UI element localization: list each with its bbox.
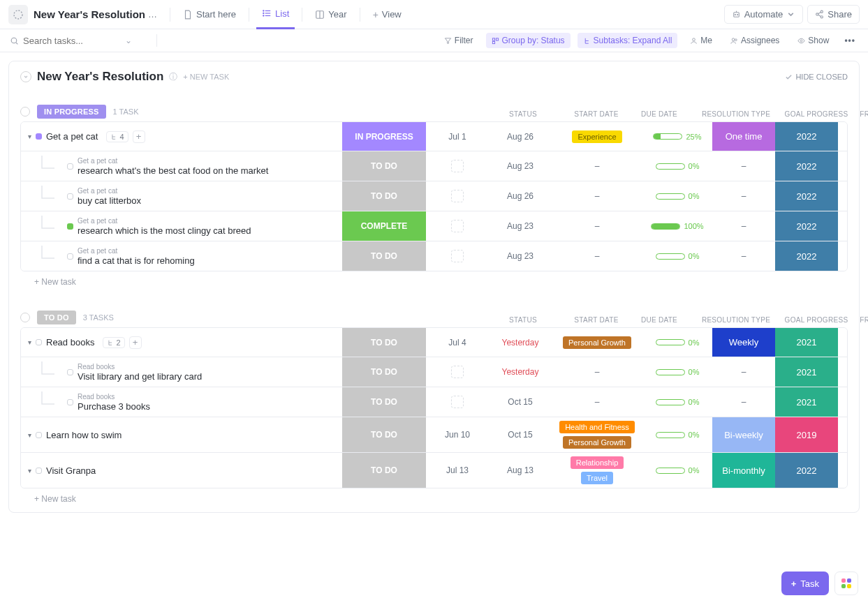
search-input[interactable] xyxy=(23,36,121,46)
progress-cell[interactable]: 0% xyxy=(642,417,712,452)
calendar-icon[interactable] xyxy=(451,366,464,378)
year-cell[interactable]: 2021 xyxy=(775,357,838,387)
task-row[interactable]: Get a pet cat buy cat litterbox TO DO Au… xyxy=(21,181,847,211)
start-date-cell[interactable]: Jul 4 xyxy=(426,328,489,357)
progress-bar[interactable]: 0% xyxy=(656,431,700,439)
col-goal-progress[interactable]: GOAL PROGRESS xyxy=(781,110,851,118)
new-task-row-button[interactable]: + New task xyxy=(20,488,848,509)
calendar-icon[interactable] xyxy=(451,220,464,232)
year-cell[interactable]: 2022 xyxy=(775,453,838,488)
task-name-cell[interactable]: ▾ Get a pet cat 4+ xyxy=(21,122,342,151)
col-due-date[interactable]: DUE DATE xyxy=(628,110,691,118)
task-row[interactable]: Get a pet cat research which is the most… xyxy=(21,211,847,241)
task-row[interactable]: Read books Purchase 3 books TO DO Oct 15… xyxy=(21,387,847,417)
progress-cell[interactable]: 0% xyxy=(642,181,712,211)
subtask-count-chip[interactable]: 2 xyxy=(103,337,124,348)
progress-cell[interactable]: 100% xyxy=(642,211,712,241)
task-name-cell[interactable]: ▾ Visit Granpa xyxy=(21,453,342,488)
progress-bar[interactable]: 0% xyxy=(656,252,700,260)
add-view-button[interactable]: + View xyxy=(367,0,407,29)
resolution-type-cell[interactable]: Experience xyxy=(552,122,642,151)
year-cell[interactable]: 2022 xyxy=(775,122,838,151)
status-square-icon[interactable] xyxy=(67,369,73,375)
status-square-icon[interactable] xyxy=(36,468,42,474)
col-frequency[interactable]: FREQUENCY xyxy=(851,316,868,324)
due-date-cell[interactable]: Yesterday xyxy=(489,328,552,357)
progress-cell[interactable]: 0% xyxy=(642,453,712,488)
task-row[interactable]: ▾ Get a pet cat 4+ IN PROGRESS Jul 1 Aug… xyxy=(21,122,847,151)
resolution-type-cell[interactable]: – xyxy=(552,211,642,241)
task-row[interactable]: ▾ Visit Granpa TO DO Jul 13 Aug 13 Relat… xyxy=(21,453,847,488)
col-frequency[interactable]: FREQUENCY xyxy=(851,110,868,118)
filter-button[interactable]: Filter xyxy=(439,33,479,48)
progress-bar[interactable]: 0% xyxy=(656,338,700,347)
progress-cell[interactable]: 0% xyxy=(642,241,712,271)
me-button[interactable]: Me xyxy=(684,33,718,48)
progress-bar[interactable]: 100% xyxy=(651,222,703,230)
progress-bar[interactable]: 25% xyxy=(653,133,701,141)
add-subtask-button[interactable]: + xyxy=(129,336,142,349)
progress-bar[interactable]: 0% xyxy=(656,162,700,170)
tab-start-here[interactable]: Start here xyxy=(177,0,242,29)
resolution-tag[interactable]: Personal Growth xyxy=(563,436,631,449)
task-row[interactable]: ▾ Read books 2+ TO DO Jul 4 Yesterday Pe… xyxy=(21,328,847,357)
frequency-cell[interactable]: One time xyxy=(712,122,775,151)
more-options-icon[interactable]: ••• xyxy=(841,36,858,45)
col-due-date[interactable]: DUE DATE xyxy=(628,316,691,324)
resolution-tag[interactable]: Experience xyxy=(572,130,621,143)
start-date-cell[interactable] xyxy=(426,181,489,211)
progress-cell[interactable]: 0% xyxy=(642,328,712,357)
status-cell[interactable]: TO DO xyxy=(342,181,426,211)
status-square-icon[interactable] xyxy=(67,163,73,170)
new-task-header-button[interactable]: + NEW TASK xyxy=(183,73,229,81)
show-button[interactable]: Show xyxy=(792,33,834,48)
progress-bar[interactable]: 0% xyxy=(656,192,700,200)
resolution-tag[interactable]: Travel xyxy=(581,472,613,484)
assignees-button[interactable]: Assignees xyxy=(725,33,785,48)
due-date-cell[interactable]: Aug 26 xyxy=(489,122,552,151)
year-cell[interactable]: 2022 xyxy=(775,181,838,211)
start-date-cell[interactable]: Jun 10 xyxy=(426,417,489,452)
task-row[interactable]: Get a pet cat find a cat that is for reh… xyxy=(21,241,847,271)
resolution-type-cell[interactable]: Health and FitnessPersonal Growth xyxy=(552,417,642,452)
collapse-group-icon[interactable] xyxy=(20,313,30,322)
subtask-name-cell[interactable]: Get a pet cat research what's the best c… xyxy=(21,151,342,181)
more-icon[interactable]: … xyxy=(148,9,157,20)
resolution-tag[interactable]: Health and Fitness xyxy=(559,421,635,433)
frequency-cell[interactable]: – xyxy=(712,241,775,271)
due-date-cell[interactable]: Aug 23 xyxy=(489,241,552,271)
status-cell[interactable]: TO DO xyxy=(342,387,426,417)
year-cell[interactable]: 2019 xyxy=(775,417,838,452)
resolution-type-cell[interactable]: Personal Growth xyxy=(552,328,642,357)
status-cell[interactable]: TO DO xyxy=(342,241,426,271)
due-date-cell[interactable]: Aug 23 xyxy=(489,151,552,181)
status-cell[interactable]: TO DO xyxy=(342,417,426,452)
tab-year[interactable]: Year xyxy=(309,0,352,29)
task-name-cell[interactable]: ▾ Learn how to swim xyxy=(21,417,342,452)
start-date-cell[interactable]: Jul 13 xyxy=(426,453,489,488)
group-by-button[interactable]: Group by: Status xyxy=(486,33,571,48)
progress-cell[interactable]: 25% xyxy=(642,122,712,151)
collapse-all-icon[interactable] xyxy=(20,71,31,82)
start-date-cell[interactable] xyxy=(426,387,489,417)
task-name-cell[interactable]: ▾ Read books 2+ xyxy=(21,328,342,357)
status-square-icon[interactable] xyxy=(67,253,73,260)
start-date-cell[interactable] xyxy=(426,151,489,181)
subtask-name-cell[interactable]: Get a pet cat buy cat litterbox xyxy=(21,181,342,211)
calendar-icon[interactable] xyxy=(451,190,464,202)
status-cell[interactable]: IN PROGRESS xyxy=(342,122,426,151)
calendar-icon[interactable] xyxy=(451,160,464,172)
collapse-group-icon[interactable] xyxy=(20,107,30,117)
frequency-cell[interactable]: – xyxy=(712,387,775,417)
frequency-cell[interactable]: Weekly xyxy=(712,328,775,357)
progress-cell[interactable]: 0% xyxy=(642,387,712,417)
tab-list[interactable]: List xyxy=(256,0,295,29)
new-task-row-button[interactable]: + New task xyxy=(20,271,848,292)
add-subtask-button[interactable]: + xyxy=(133,130,145,143)
due-date-cell[interactable]: Aug 23 xyxy=(489,211,552,241)
col-resolution-type[interactable]: RESOLUTION TYPE xyxy=(691,110,781,118)
col-goal-progress[interactable]: GOAL PROGRESS xyxy=(781,316,851,324)
progress-bar[interactable]: 0% xyxy=(656,368,700,376)
col-status[interactable]: STATUS xyxy=(481,316,565,324)
year-cell[interactable]: 2021 xyxy=(775,328,838,357)
